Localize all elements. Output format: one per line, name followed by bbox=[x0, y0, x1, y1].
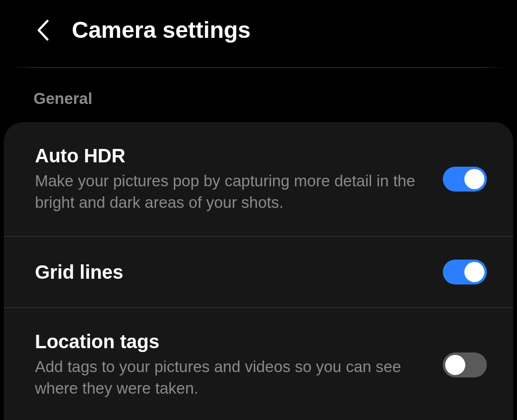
toggle-thumb-icon bbox=[445, 355, 465, 375]
toggle-thumb-icon bbox=[464, 169, 484, 189]
section-header: General bbox=[0, 90, 517, 122]
setting-grid-lines[interactable]: Grid lines bbox=[4, 237, 513, 308]
page-title: Camera settings bbox=[72, 17, 250, 43]
setting-description: Make your pictures pop by capturing more… bbox=[35, 170, 424, 213]
toggle-auto-hdr[interactable] bbox=[443, 167, 487, 192]
setting-text: Location tags Add tags to your pictures … bbox=[35, 331, 443, 399]
toggle-thumb-icon bbox=[464, 262, 484, 282]
toggle-location-tags[interactable] bbox=[443, 352, 487, 377]
header: Camera settings bbox=[0, 0, 517, 67]
divider bbox=[12, 67, 505, 68]
toggle-grid-lines[interactable] bbox=[443, 260, 487, 284]
setting-text: Auto HDR Make your pictures pop by captu… bbox=[35, 145, 443, 213]
back-icon[interactable] bbox=[34, 21, 53, 40]
setting-title: Location tags bbox=[35, 331, 424, 352]
setting-location-tags[interactable]: Location tags Add tags to your pictures … bbox=[4, 308, 513, 420]
setting-description: Add tags to your pictures and videos so … bbox=[35, 356, 424, 399]
settings-panel: Auto HDR Make your pictures pop by captu… bbox=[4, 122, 513, 420]
setting-title: Grid lines bbox=[35, 261, 424, 283]
setting-auto-hdr[interactable]: Auto HDR Make your pictures pop by captu… bbox=[4, 122, 513, 237]
setting-text: Grid lines bbox=[35, 261, 443, 283]
setting-title: Auto HDR bbox=[35, 145, 424, 167]
